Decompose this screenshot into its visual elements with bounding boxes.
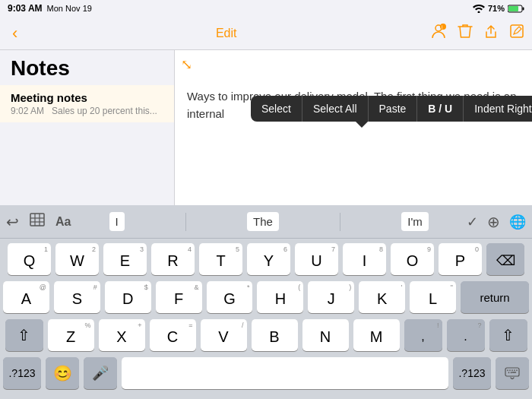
- context-menu-arrow: [356, 122, 368, 128]
- key-row-2: @A #S $D &F *G (H )J 'K "L return: [3, 281, 529, 313]
- num-switch-left[interactable]: .?123: [3, 357, 41, 389]
- indent-right-button[interactable]: Indent Right: [464, 96, 532, 122]
- num-switch-right[interactable]: .?123: [453, 357, 491, 389]
- key-p[interactable]: 0P: [439, 243, 482, 275]
- key-u[interactable]: 7U: [295, 243, 338, 275]
- bold-underline-button[interactable]: B / U: [417, 96, 464, 122]
- key-row-bottom: .?123 😊 🎤 .?123: [3, 357, 529, 389]
- key-m[interactable]: M: [353, 319, 400, 351]
- context-menu: Select Select All Paste B / U Indent Rig…: [251, 96, 532, 122]
- key-k[interactable]: 'K: [359, 281, 405, 313]
- space-key[interactable]: [122, 357, 448, 389]
- key-l[interactable]: "L: [410, 281, 456, 313]
- battery-icon: [508, 5, 524, 13]
- select-all-button[interactable]: Select All: [302, 96, 369, 122]
- trash-icon[interactable]: [458, 23, 473, 43]
- note-item[interactable]: Meeting notes 9:02 AM Sales up 20 percen…: [0, 85, 174, 122]
- toolbar-right: ✓ ⊕ 🌐: [467, 213, 526, 231]
- divider: [185, 213, 186, 231]
- mic-key[interactable]: 🎤: [84, 357, 117, 389]
- key-n[interactable]: N: [302, 319, 349, 351]
- plus-circle-icon[interactable]: ⊕: [487, 213, 500, 231]
- key-r[interactable]: 4R: [151, 243, 195, 275]
- notes-title: Notes: [0, 53, 174, 85]
- undo-icon[interactable]: ↩: [6, 213, 19, 231]
- svg-rect-3: [508, 6, 518, 11]
- paste-button[interactable]: Paste: [369, 96, 418, 122]
- status-time: 9:03 AM: [8, 3, 43, 14]
- checkmark-icon[interactable]: ✓: [467, 214, 478, 230]
- note-preview: Sales up 20 percent this...: [52, 106, 157, 116]
- nav-center: Edit: [216, 27, 237, 40]
- table-icon[interactable]: [30, 213, 45, 230]
- punctuation-key[interactable]: ! ,: [404, 319, 442, 351]
- nav-bar: ‹ Edit i: [0, 17, 532, 50]
- share-icon[interactable]: [483, 23, 499, 43]
- key-w[interactable]: 2W: [55, 243, 99, 275]
- wifi-icon: [473, 4, 485, 13]
- person-icon[interactable]: i: [430, 23, 447, 43]
- key-c[interactable]: =C: [150, 319, 196, 351]
- key-q[interactable]: 1Q: [8, 243, 51, 275]
- question-key[interactable]: ? .: [447, 319, 485, 351]
- suggestion-i[interactable]: I: [109, 212, 125, 231]
- toolbar-left: ↩ Aa: [6, 213, 71, 231]
- nav-right: i: [430, 23, 524, 43]
- keyboard-rows: 1Q 2W 3E 4R 5T 6Y 7U 8I 9O 0P ⌫ @A #S $D…: [0, 239, 532, 392]
- return-key[interactable]: return: [461, 281, 529, 313]
- delete-key[interactable]: ⌫: [486, 243, 524, 275]
- nav-left: ‹: [8, 24, 22, 43]
- status-bar: 9:03 AM Mon Nov 19 71%: [0, 0, 532, 17]
- key-a[interactable]: @A: [3, 281, 49, 313]
- toolbar-suggestions: I The I'm: [71, 212, 467, 231]
- editor-area[interactable]: ⤡ Select Select All Paste B / U Indent R…: [175, 50, 532, 205]
- note-item-meta: 9:02 AM Sales up 20 percent this...: [11, 106, 163, 116]
- sidebar: Notes Meeting notes 9:02 AM Sales up 20 …: [0, 50, 175, 205]
- key-b[interactable]: B: [252, 319, 298, 351]
- shift-key-left[interactable]: ⇧: [5, 319, 43, 351]
- suggestion-im[interactable]: I'm: [401, 212, 429, 231]
- globe-icon[interactable]: 🌐: [509, 214, 526, 230]
- note-item-title: Meeting notes: [11, 91, 163, 104]
- divider2: [340, 213, 340, 231]
- svg-rect-2: [523, 7, 524, 10]
- key-row-3: ⇧ %Z +X =C /V B N M ! , ? . ⇧: [3, 319, 529, 351]
- key-e[interactable]: 3E: [103, 243, 147, 275]
- key-t[interactable]: 5T: [199, 243, 242, 275]
- keyboard-hide-key[interactable]: [496, 357, 529, 389]
- suggestion-the[interactable]: The: [247, 212, 279, 231]
- key-f[interactable]: &F: [156, 281, 202, 313]
- text-format-icon[interactable]: Aa: [55, 215, 71, 229]
- back-button[interactable]: ‹: [8, 24, 22, 43]
- key-g[interactable]: *G: [207, 281, 253, 313]
- compose-icon[interactable]: [509, 24, 524, 43]
- key-x[interactable]: +X: [99, 319, 145, 351]
- key-j[interactable]: )J: [308, 281, 354, 313]
- edit-button[interactable]: Edit: [216, 27, 237, 40]
- note-time: 9:02 AM: [11, 106, 44, 116]
- key-row-1: 1Q 2W 3E 4R 5T 6Y 7U 8I 9O 0P ⌫: [3, 243, 529, 275]
- status-right-icons: 71%: [473, 4, 524, 13]
- emoji-key[interactable]: 😊: [46, 357, 79, 389]
- key-s[interactable]: #S: [54, 281, 100, 313]
- battery-text: 71%: [488, 4, 505, 13]
- svg-rect-8: [30, 214, 44, 226]
- key-d[interactable]: $D: [105, 281, 151, 313]
- keyboard-area: ↩ Aa I The I'm ✓ ⊕ 🌐: [0, 205, 532, 399]
- select-button[interactable]: Select: [251, 96, 302, 122]
- keyboard-toolbar: ↩ Aa I The I'm ✓ ⊕ 🌐: [0, 205, 532, 239]
- shift-key-right[interactable]: ⇧: [489, 319, 527, 351]
- key-h[interactable]: (H: [257, 281, 303, 313]
- key-v[interactable]: /V: [201, 319, 247, 351]
- status-day: Mon Nov 19: [47, 4, 92, 13]
- key-y[interactable]: 6Y: [247, 243, 290, 275]
- key-o[interactable]: 9O: [391, 243, 434, 275]
- key-z[interactable]: %Z: [48, 319, 94, 351]
- main-content: Notes Meeting notes 9:02 AM Sales up 20 …: [0, 50, 532, 205]
- svg-rect-7: [511, 25, 523, 37]
- key-i[interactable]: 8I: [343, 243, 386, 275]
- move-handle[interactable]: ⤡: [181, 56, 192, 73]
- svg-point-0: [477, 11, 480, 14]
